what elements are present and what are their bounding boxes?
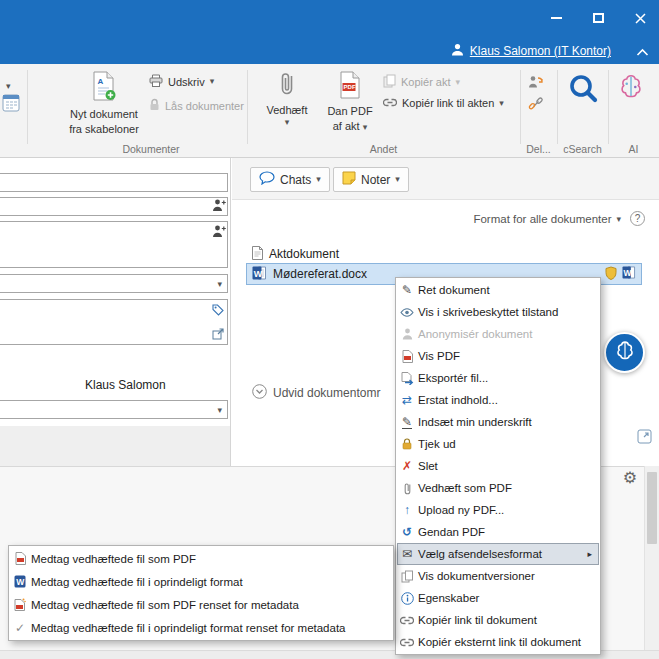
button-label: Vedhæft	[267, 103, 308, 117]
user-menu[interactable]: Klaus Salomon (IT Kontor)	[451, 43, 611, 59]
button-label: Chats	[280, 173, 311, 187]
title-field[interactable]	[0, 173, 228, 192]
recipients-field[interactable]	[0, 221, 228, 268]
caret-icon: ▾	[499, 99, 504, 108]
minimize-button[interactable]	[543, 8, 569, 28]
calendar-icon[interactable]	[2, 92, 20, 115]
dropdown-label: Format for alle dokumenter	[473, 213, 611, 225]
button-label: Noter	[361, 173, 390, 187]
button-label: af akt ▾	[333, 119, 368, 133]
signature-icon: ✎	[399, 416, 415, 429]
menu-item-indsaet-min-underskrift[interactable]: ✎ Indsæt min underskrift	[397, 411, 599, 433]
file-row-aktdokument[interactable]: Aktdokument	[252, 245, 339, 263]
lock-documents-button: Lås dokumenter	[149, 98, 244, 113]
menu-item-vaelg-afsendelsesformat[interactable]: ✉ Vælg afsendelsesformat ▸	[397, 543, 599, 565]
close-button[interactable]	[627, 8, 653, 28]
maximize-button[interactable]	[585, 8, 611, 28]
menu-item-upload-ny-pdf[interactable]: ↑ Upload ny PDF...	[397, 499, 599, 521]
recipients-input[interactable]	[0, 222, 227, 240]
scrollbar[interactable]	[644, 466, 659, 650]
paperclip-icon	[279, 71, 295, 101]
menu-item-kopier-eksternt-link-til-dokument[interactable]: Kopiér eksternt link til dokument	[397, 631, 599, 653]
caret-icon: ▾	[210, 77, 215, 86]
scrollbar-thumb[interactable]	[647, 472, 657, 544]
menu-item-vedhaeft-som-pdf[interactable]: Vedhæft som PDF	[397, 477, 599, 499]
menu-item-eksporter-fil[interactable]: Eksportér fil...	[397, 367, 599, 389]
submenu-item-original-renset[interactable]: ✓ Medtag vedhæftede fil i oprindeligt fo…	[10, 616, 392, 639]
help-button[interactable]: ?	[630, 211, 645, 226]
open-panel-icon[interactable]	[637, 429, 652, 447]
pdf-icon	[399, 350, 415, 363]
new-document-icon: A	[92, 71, 116, 104]
panel-footer	[0, 426, 230, 466]
attach-button[interactable]: Vedhæft ▾	[256, 71, 318, 127]
menu-item-gendan-pdf[interactable]: ↺ Gendan PDF	[397, 521, 599, 543]
button-label: Dan PDF	[327, 104, 372, 118]
chevron-down-circle-icon	[252, 384, 267, 402]
status-select[interactable]: ▾	[0, 274, 228, 293]
caret-icon: ▾	[456, 78, 461, 87]
submenu-item-pdf-renset[interactable]: Medtag vedhæftede fil som PDF renset for…	[10, 593, 392, 616]
participant-field[interactable]	[0, 197, 228, 216]
participant-input[interactable]	[0, 198, 227, 215]
svg-text:W: W	[624, 268, 632, 278]
menu-item-vis-i-skrivebeskyttet-tilstand[interactable]: Vis i skrivebeskyttet tilstand	[397, 301, 599, 323]
tag-icon[interactable]	[212, 304, 224, 319]
add-person-icon[interactable]	[212, 225, 226, 241]
svg-text:A: A	[98, 77, 104, 86]
versions-icon	[399, 570, 415, 583]
copy-link-to-record-button[interactable]: Kopiér link til akten ▾	[383, 97, 504, 109]
settings-gear-icon[interactable]: ⚙	[623, 470, 637, 486]
menu-item-erstat-indhold[interactable]: ⇄ Erstat indhold...	[397, 389, 599, 411]
link-icon	[399, 638, 415, 647]
chat-bubble-icon	[259, 171, 275, 188]
collapse-ribbon-button[interactable]	[636, 46, 649, 60]
make-pdf-of-record-button[interactable]: PDF Dan PDF af akt ▾	[320, 71, 380, 133]
submenu-item-original-format[interactable]: W Medtag vedhæftede fil i oprindeligt fo…	[10, 570, 392, 593]
printer-icon	[149, 74, 163, 89]
link-icon	[399, 616, 415, 625]
chats-button[interactable]: Chats ▾	[250, 167, 330, 192]
menu-item-vis-dokumentversioner[interactable]: Vis dokumentversioner	[397, 565, 599, 587]
ai-assistant-button[interactable]	[604, 332, 645, 373]
restore-icon: ↺	[399, 526, 415, 538]
open-external-icon[interactable]	[212, 328, 224, 343]
format-for-all-documents-dropdown[interactable]: Format for alle dokumenter ▾	[473, 213, 621, 225]
document-context-menu: ✎ Ret dokument Vis i skrivebeskyttet til…	[395, 277, 601, 655]
titlebar: Klaus Salomon (IT Kontor)	[0, 0, 659, 64]
menu-item-anonymiser-dokument: Anonymisér dokument	[397, 323, 599, 345]
new-document-from-templates-button[interactable]: A Nyt dokument fra skabeloner	[57, 71, 151, 136]
menu-item-egenskaber[interactable]: Egenskaber	[397, 587, 599, 609]
anonymize-person-icon	[399, 328, 415, 340]
export-icon	[399, 372, 415, 385]
share-link-icon[interactable]	[528, 96, 544, 115]
menu-item-slet[interactable]: ✗ Slet	[397, 455, 599, 477]
svg-text:W: W	[254, 268, 263, 278]
menu-item-kopier-link-til-dokument[interactable]: Kopiér link til dokument	[397, 609, 599, 631]
share-person-icon[interactable]	[528, 74, 544, 93]
caret-icon: ▾	[395, 175, 400, 184]
add-person-icon[interactable]	[212, 199, 226, 215]
dropdown-caret-icon[interactable]: ▾	[6, 78, 11, 92]
case-select[interactable]: ▾	[0, 400, 228, 419]
pdf-icon	[12, 552, 28, 565]
keywords-field[interactable]	[0, 299, 228, 345]
upload-icon: ↑	[399, 504, 415, 516]
button-label: Kopiér link til akten	[402, 97, 494, 109]
notes-button[interactable]: Noter ▾	[333, 167, 409, 192]
link-icon	[383, 97, 397, 109]
ai-button[interactable]	[616, 73, 646, 104]
svg-text:PDF: PDF	[343, 84, 355, 90]
title-input[interactable]	[0, 174, 227, 191]
csearch-button[interactable]	[567, 72, 599, 107]
expand-document-area-button[interactable]: Udvid dokumentomr	[252, 384, 380, 402]
menu-item-ret-dokument[interactable]: ✎ Ret dokument	[397, 279, 599, 301]
menu-item-vis-pdf[interactable]: Vis PDF	[397, 345, 599, 367]
group-label-share: Del...	[520, 143, 557, 155]
copy-icon	[383, 74, 396, 90]
submenu-item-pdf[interactable]: Medtag vedhæftede fil som PDF	[10, 547, 392, 570]
menu-item-tjek-ud[interactable]: Tjek ud	[397, 433, 599, 455]
word-file-icon: W	[252, 266, 267, 283]
responsible-value: Klaus Salomon	[85, 378, 166, 392]
print-button[interactable]: Udskriv ▾	[149, 74, 214, 89]
